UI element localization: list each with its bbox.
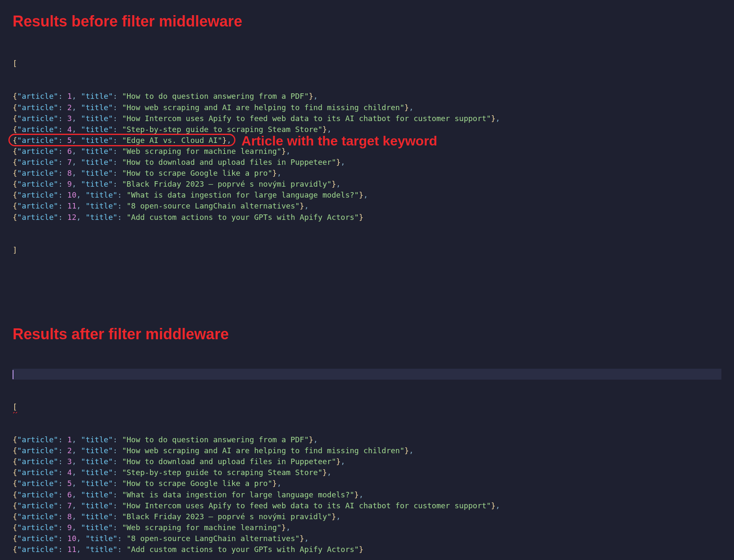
annotation-label: Article with the target keyword [241, 131, 437, 151]
json-row: {"article": 7, "title": "How Intercom us… [13, 500, 721, 511]
cursor-line [13, 369, 721, 380]
json-close-bracket: ] [13, 245, 721, 256]
json-row: {"article": 3, "title": "How Intercom us… [13, 113, 721, 124]
json-row: {"article": 9, "title": "Web scraping fo… [13, 522, 721, 533]
json-row: {"article": 8, "title": "Black Friday 20… [13, 511, 721, 522]
json-row: {"article": 11, "title": "8 open-source … [13, 201, 721, 211]
json-open-bracket: [ [13, 58, 721, 69]
json-row: {"article": 9, "title": "Black Friday 20… [13, 179, 721, 190]
heading-before: Results before filter middleware [13, 13, 721, 30]
json-row: {"article": 2, "title": "How web scrapin… [13, 445, 721, 456]
json-open-bracket: [ [13, 402, 721, 412]
code-block-after: [ {"article": 1, "title": "How to do que… [13, 346, 721, 560]
json-row: {"article": 11, "title": "Add custom act… [13, 544, 721, 555]
json-row: {"article": 1, "title": "How to do quest… [13, 434, 721, 445]
heading-after: Results after filter middleware [13, 325, 721, 343]
code-block-before: [ {"article": 1, "title": "How to do que… [13, 36, 721, 310]
json-row: {"article": 12, "title": "Add custom act… [13, 212, 721, 223]
json-row: {"article": 3, "title": "How to download… [13, 456, 721, 467]
json-row: {"article": 10, "title": "What is data i… [13, 190, 721, 201]
code-editor-view: Results before filter middleware [ {"art… [0, 0, 734, 560]
json-row: {"article": 1, "title": "How to do quest… [13, 91, 721, 102]
json-row: {"article": 5, "title": "How to scrape G… [13, 478, 721, 489]
json-row: {"article": 4, "title": "Step-by-step gu… [13, 467, 721, 478]
json-row: {"article": 6, "title": "What is data in… [13, 489, 721, 500]
json-row: {"article": 7, "title": "How to download… [13, 157, 721, 168]
json-row: {"article": 8, "title": "How to scrape G… [13, 168, 721, 179]
json-row: {"article": 10, "title": "8 open-source … [13, 533, 721, 544]
json-row: {"article": 2, "title": "How web scrapin… [13, 102, 721, 113]
text-cursor [13, 370, 13, 379]
